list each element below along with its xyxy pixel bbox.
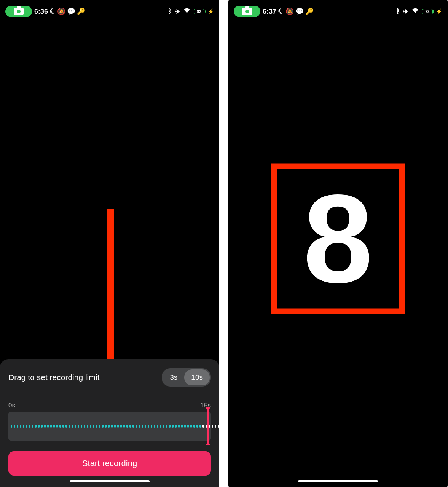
status-bar: 6:36 ☾ 🔕 💬 🔑 ᛒ ✈ 92 ⚡: [0, 0, 219, 19]
start-recording-button[interactable]: Start recording: [8, 451, 211, 476]
waveform-dots: [11, 425, 209, 428]
do-not-disturb-icon: ☾: [277, 6, 285, 16]
recording-limit-slider[interactable]: [8, 412, 211, 441]
phone-screen-timer-setup: 6:36 ☾ 🔕 💬 🔑 ᛒ ✈ 92 ⚡ Drag to set record…: [0, 0, 219, 487]
camera-icon: [242, 8, 252, 15]
camera-active-pill[interactable]: [234, 6, 260, 17]
key-icon: 🔑: [305, 7, 314, 16]
phone-screen-countdown: 6:37 ☾ 🔕 💬 🔑 ᛒ ✈ 92 ⚡ 8: [228, 0, 448, 487]
airplane-mode-icon: ✈: [403, 8, 408, 16]
airplane-mode-icon: ✈: [175, 8, 180, 16]
messenger-icon: 💬: [295, 7, 304, 16]
countdown-number: 8: [303, 176, 373, 301]
mute-icon: 🔕: [57, 7, 65, 16]
key-icon: 🔑: [77, 7, 85, 16]
battery-indicator: 92: [194, 9, 204, 14]
limit-drag-handle[interactable]: [207, 408, 209, 444]
slider-start-label: 0s: [8, 402, 15, 409]
slider-labels: 0s 15s: [8, 402, 211, 409]
sheet-title: Drag to set recording limit: [8, 373, 99, 382]
timer-option-3s[interactable]: 3s: [163, 369, 184, 385]
do-not-disturb-icon: ☾: [48, 6, 57, 16]
timer-preset-segmented[interactable]: 3s 10s: [162, 368, 211, 387]
bluetooth-icon: ᛒ: [168, 8, 172, 15]
status-time: 6:36: [34, 8, 48, 16]
bluetooth-icon: ᛒ: [396, 8, 400, 15]
wifi-icon: [183, 8, 191, 15]
camera-icon: [14, 8, 24, 15]
battery-indicator: 92: [422, 9, 433, 14]
countdown-highlight-box: 8: [271, 164, 405, 314]
messenger-icon: 💬: [67, 7, 75, 16]
status-bar-right: ᛒ ✈ 92 ⚡: [396, 8, 442, 16]
status-bar-left: 6:37 ☾ 🔕 💬 🔑: [234, 6, 314, 17]
battery-percent: 92: [197, 10, 201, 14]
timer-bottom-sheet: Drag to set recording limit 3s 10s 0s 15…: [0, 359, 219, 487]
home-indicator[interactable]: [70, 480, 150, 482]
battery-percent: 92: [425, 10, 429, 14]
wifi-icon: [411, 8, 419, 15]
status-bar-left: 6:36 ☾ 🔕 💬 🔑: [5, 6, 85, 17]
timer-option-10s[interactable]: 10s: [184, 369, 210, 385]
charging-icon: ⚡: [436, 8, 442, 14]
home-indicator[interactable]: [298, 480, 378, 482]
mute-icon: 🔕: [285, 7, 294, 16]
status-time: 6:37: [263, 8, 276, 16]
charging-icon: ⚡: [207, 8, 214, 14]
camera-active-pill[interactable]: [5, 6, 32, 17]
status-bar: 6:37 ☾ 🔕 💬 🔑 ᛒ ✈ 92 ⚡: [228, 0, 448, 19]
status-bar-right: ᛒ ✈ 92 ⚡: [168, 8, 214, 16]
